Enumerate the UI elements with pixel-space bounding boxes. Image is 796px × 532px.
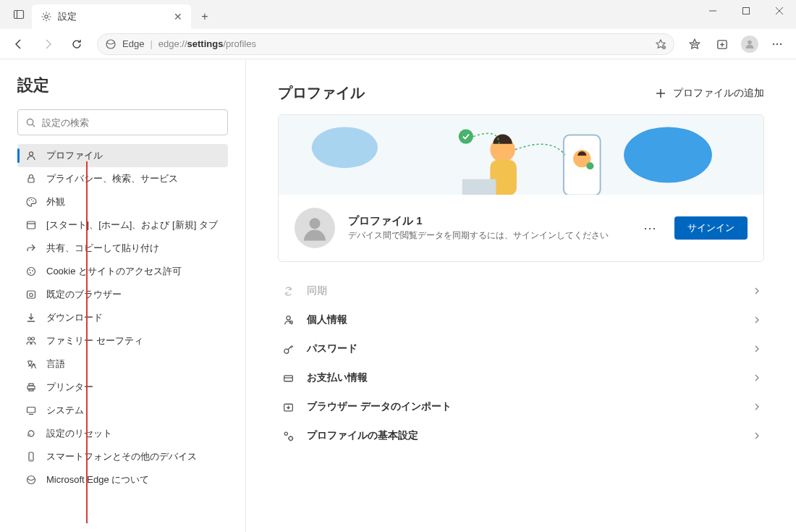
forward-button[interactable] (35, 31, 61, 57)
sidebar-item-3[interactable]: [スタート]、[ホーム]、および [新規] タブ (17, 214, 228, 237)
svg-point-22 (29, 152, 33, 156)
sidebar-item-label: Microsoft Edge について (46, 473, 149, 486)
svg-rect-40 (27, 408, 35, 413)
sidebar-item-11[interactable]: システム (17, 399, 228, 422)
lock-icon (25, 172, 38, 185)
favorite-icon[interactable] (655, 38, 666, 50)
close-window-button[interactable] (763, 0, 796, 22)
plus-icon (656, 88, 666, 98)
sidebar-item-6[interactable]: 既定のブラウザー (17, 283, 228, 306)
user-icon (25, 149, 38, 162)
page-title: プロファイル (278, 83, 365, 103)
svg-point-2 (45, 15, 48, 18)
new-tab-button[interactable]: + (194, 6, 216, 28)
sidebar-title: 設定 (17, 75, 228, 96)
prefs-icon (281, 428, 295, 443)
svg-rect-23 (28, 178, 34, 182)
option-4[interactable]: ブラウザー データのインポート (278, 392, 764, 421)
sidebar-item-label: プロファイル (46, 149, 103, 162)
sidebar-item-label: プライバシー、検索、サービス (46, 172, 178, 185)
browser-tab[interactable]: 設定 ✕ (32, 4, 191, 29)
key-icon (281, 342, 295, 356)
chevron-right-icon (753, 345, 761, 353)
sidebar-item-14[interactable]: Microsoft Edge について (17, 468, 228, 491)
share-icon (25, 242, 38, 255)
svg-point-16 (748, 40, 752, 44)
chevron-right-icon (753, 373, 761, 382)
svg-rect-54 (462, 180, 496, 195)
svg-point-51 (586, 162, 593, 169)
svg-rect-60 (284, 375, 292, 381)
option-2[interactable]: パスワード (278, 334, 764, 363)
menu-button[interactable] (764, 31, 790, 57)
sidebar-item-13[interactable]: スマートフォンとその他のデバイス (17, 445, 228, 468)
svg-point-43 (30, 459, 31, 460)
sidebar-item-label: Cookie とサイトのアクセス許可 (46, 265, 182, 278)
main: プロファイル プロファイルの追加 (246, 60, 796, 532)
chevron-right-icon (753, 402, 761, 411)
profile-card-body: プロファイル 1 デバイス間で閲覧データを同期するには、サインインしてください … (279, 195, 763, 261)
back-button[interactable] (6, 31, 32, 57)
tab-actions-button[interactable] (6, 1, 32, 28)
sidebar: 設定 プロファイルプライバシー、検索、サービス外観[スタート]、[ホーム]、およ… (0, 60, 246, 532)
family-icon (25, 334, 38, 347)
minimize-button[interactable] (696, 0, 729, 22)
reset-icon (25, 427, 38, 440)
person-icon (281, 313, 295, 327)
sidebar-item-10[interactable]: プリンター (17, 376, 228, 399)
card-icon (281, 371, 295, 385)
sidebar-item-4[interactable]: 共有、コピーして貼り付け (17, 237, 228, 260)
chevron-right-icon (753, 431, 761, 440)
option-0[interactable]: 同期 (278, 276, 764, 305)
svg-point-57 (286, 316, 289, 319)
svg-point-31 (32, 270, 33, 271)
sidebar-item-5[interactable]: Cookie とサイトのアクセス許可 (17, 260, 228, 283)
sidebar-item-2[interactable]: 外観 (17, 190, 228, 214)
sidebar-item-label: 既定のブラウザー (46, 288, 122, 301)
sidebar-item-label: ダウンロード (46, 311, 103, 324)
sidebar-item-9[interactable]: 言語 (17, 352, 228, 376)
svg-point-35 (28, 337, 31, 340)
sidebar-item-0[interactable]: プロファイル (17, 144, 228, 167)
sidebar-item-label: 共有、コピーして貼り付け (46, 242, 159, 255)
sidebar-item-7[interactable]: ダウンロード (17, 306, 228, 329)
profile-desc: デバイス間で閲覧データを同期するには、サインインしてください (348, 229, 626, 242)
browser-icon (25, 288, 38, 301)
option-5[interactable]: プロファイルの基本設定 (278, 421, 764, 450)
settings-search-input[interactable] (42, 117, 220, 128)
titlebar: 設定 ✕ + (0, 0, 796, 29)
profile-more-button[interactable]: ⋯ (639, 220, 661, 236)
settings-search[interactable] (17, 109, 228, 135)
signin-button[interactable]: サインイン (674, 216, 748, 240)
add-profile-button[interactable]: プロファイルの追加 (656, 87, 764, 100)
sidebar-item-12[interactable]: 設定のリセット (17, 422, 228, 445)
address-bar[interactable]: Edge | edge://settings/profiles (97, 33, 674, 55)
maximize-button[interactable] (729, 0, 763, 22)
svg-point-26 (33, 200, 34, 202)
sidebar-item-1[interactable]: プライバシー、検索、サービス (17, 167, 228, 190)
sidebar-item-label: システム (46, 404, 84, 417)
sidebar-item-8[interactable]: ファミリー セーフティ (17, 329, 228, 352)
svg-point-29 (27, 268, 35, 276)
option-label: ブラウザー データのインポート (307, 400, 741, 413)
sidebar-item-label: [スタート]、[ホーム]、および [新規] タブ (46, 219, 218, 232)
profile-button[interactable] (737, 31, 763, 57)
profile-info: プロファイル 1 デバイス間で閲覧データを同期するには、サインインしてください (348, 214, 626, 242)
favorites-button[interactable] (682, 31, 708, 57)
collections-button[interactable] (709, 31, 735, 57)
language-icon (25, 358, 38, 371)
svg-point-18 (776, 43, 778, 44)
sidebar-list: プロファイルプライバシー、検索、サービス外観[スタート]、[ホーム]、および [… (17, 144, 228, 491)
option-1[interactable]: 個人情報 (278, 305, 764, 334)
option-3[interactable]: お支払い情報 (278, 363, 764, 392)
toolbar: Edge | edge://settings/profiles (0, 29, 796, 59)
svg-point-59 (284, 349, 288, 353)
close-icon[interactable]: ✕ (174, 11, 182, 22)
option-label: パスワード (307, 342, 741, 355)
sidebar-item-label: スマートフォンとその他のデバイス (46, 450, 197, 463)
svg-point-64 (289, 436, 292, 440)
refresh-button[interactable] (64, 31, 90, 57)
toolbar-right (682, 31, 790, 57)
profile-options: 同期個人情報パスワードお支払い情報ブラウザー データのインポートプロファイルの基… (278, 276, 764, 450)
gear-icon (41, 11, 52, 22)
